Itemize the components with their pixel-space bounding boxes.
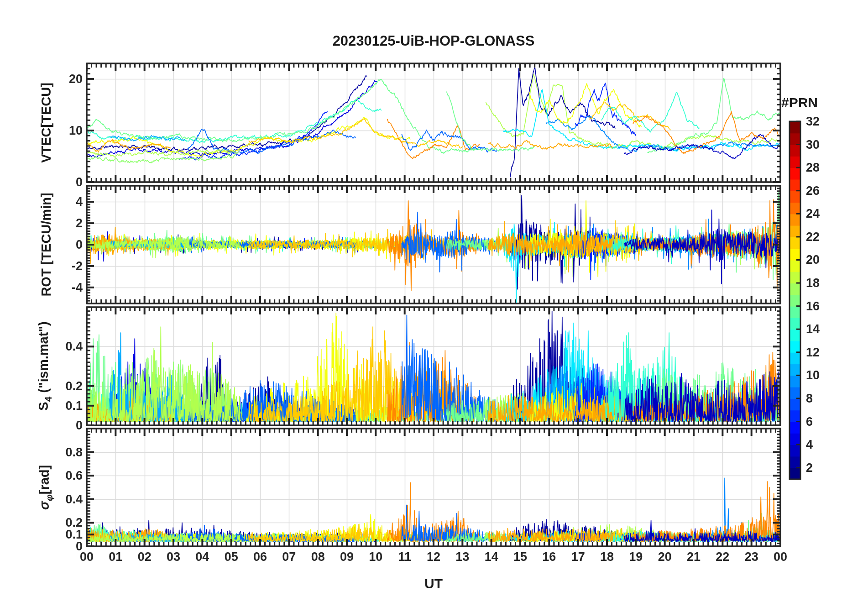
colorbar-tick-label: 8 (806, 391, 842, 406)
y-tick-label: 0.6 (0, 468, 83, 483)
y-tick-label: 0.4 (0, 339, 83, 354)
colorbar-tick-label: 10 (806, 367, 842, 383)
y-tick-label: 10 (0, 123, 83, 138)
colorbar-tick-label: 18 (806, 275, 842, 291)
y-tick-label: -4 (0, 280, 83, 295)
colorbar-tick-label: 24 (806, 206, 842, 221)
y-tick-label: 0.4 (0, 492, 83, 507)
y-tick-label: 0 (0, 174, 83, 190)
colorbar-tick-label: 22 (806, 229, 842, 245)
y-tick-label: 0 (0, 418, 83, 433)
colorbar-tick-label: 12 (806, 345, 842, 360)
colorbar-tick-label: 4 (806, 437, 842, 452)
y-tick-label: -2 (0, 258, 83, 274)
colorbar-tick-label: 20 (806, 252, 842, 267)
y-tick-label: 2 (0, 215, 83, 231)
colorbar-tick-label: 30 (806, 137, 842, 152)
plot-canvas (0, 0, 868, 607)
chart-title: 20230125-UiB-HOP-GLONASS (87, 33, 780, 49)
y-tick-label: 0.8 (0, 445, 83, 460)
y-tick-label: 0 (0, 237, 83, 252)
colorbar-tick-label: 6 (806, 414, 842, 429)
colorbar-tick-label: 16 (806, 298, 842, 314)
colorbar-tick-label: 2 (806, 460, 842, 476)
y-axis-title-s4: S4 ("ism.mat") (36, 321, 54, 411)
colorbar-tick-label: 28 (806, 160, 842, 175)
y-tick-label: 4 (0, 194, 83, 209)
y-tick-label: 0.2 (0, 378, 83, 394)
x-axis-title: UT (87, 576, 780, 591)
y-tick-label: 0.1 (0, 398, 83, 413)
figure-root: 20230125-UiB-HOP-GLONASS VTEC[TECU] ROT … (0, 0, 868, 607)
y-tick-label: 0.2 (0, 515, 83, 530)
colorbar-tick-label: 26 (806, 183, 842, 199)
colorbar-tick-label: 14 (806, 321, 842, 337)
y-tick-label: 20 (0, 71, 83, 87)
colorbar-tick-label: 32 (806, 114, 842, 129)
x-tick-label: 00 (760, 549, 801, 565)
colorbar-title: #PRN (781, 95, 818, 110)
